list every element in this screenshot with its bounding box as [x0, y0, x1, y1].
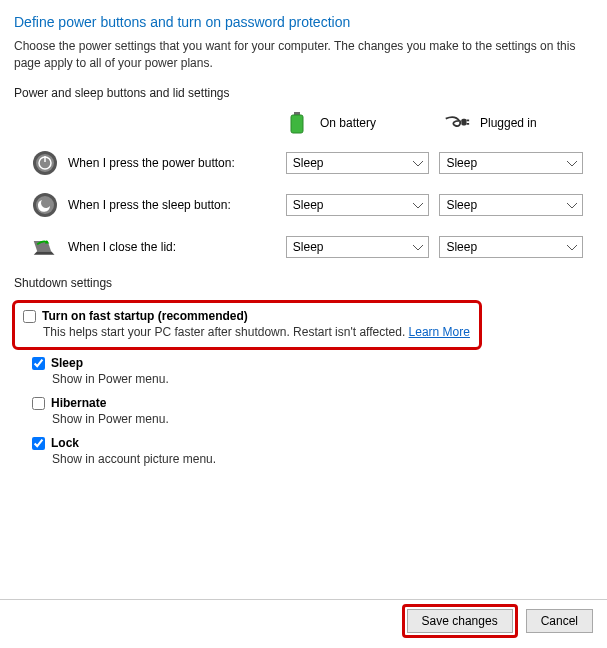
- hibernate-desc: Show in Power menu.: [52, 412, 593, 426]
- save-button-highlight: Save changes: [402, 604, 518, 638]
- on-battery-label: On battery: [320, 116, 376, 130]
- chevron-down-icon: [413, 240, 423, 254]
- laptop-lid-icon: [32, 234, 58, 260]
- close-lid-battery-select[interactable]: Sleep: [286, 236, 430, 258]
- close-lid-label: When I close the lid:: [68, 240, 176, 254]
- chevron-down-icon: [567, 240, 577, 254]
- page-subtitle: Choose the power settings that you want …: [14, 38, 593, 72]
- page-title: Define power buttons and turn on passwor…: [14, 14, 593, 30]
- svg-rect-2: [461, 118, 466, 125]
- lock-title: Lock: [51, 436, 79, 450]
- fast-startup-checkbox[interactable]: [23, 310, 36, 323]
- svg-marker-11: [34, 251, 55, 254]
- sleep-desc: Show in Power menu.: [52, 372, 593, 386]
- sleep-button-battery-select[interactable]: Sleep: [286, 194, 430, 216]
- row-sleep-button: When I press the sleep button: Sleep Sle…: [14, 192, 593, 218]
- chevron-down-icon: [567, 198, 577, 212]
- sleep-checkbox[interactable]: [32, 357, 45, 370]
- cancel-button[interactable]: Cancel: [526, 609, 593, 633]
- fast-startup-highlight: Turn on fast startup (recommended) This …: [12, 300, 482, 350]
- power-button-battery-select[interactable]: Sleep: [286, 152, 430, 174]
- chevron-down-icon: [567, 156, 577, 170]
- sleep-button-icon: [32, 192, 58, 218]
- sleep-title: Sleep: [51, 356, 83, 370]
- fast-startup-desc: This helps start your PC faster after sh…: [43, 325, 409, 339]
- power-button-icon: [32, 150, 58, 176]
- svg-rect-4: [467, 123, 470, 125]
- column-headers: On battery Plugged in: [284, 110, 593, 136]
- lock-desc: Show in account picture menu.: [52, 452, 593, 466]
- plug-icon: [444, 110, 470, 136]
- svg-rect-3: [467, 119, 470, 121]
- power-button-plugged-select[interactable]: Sleep: [439, 152, 583, 174]
- sleep-button-label: When I press the sleep button:: [68, 198, 231, 212]
- power-button-label: When I press the power button:: [68, 156, 235, 170]
- sleep-button-plugged-select[interactable]: Sleep: [439, 194, 583, 216]
- plugged-in-label: Plugged in: [480, 116, 537, 130]
- hibernate-title: Hibernate: [51, 396, 106, 410]
- row-close-lid: When I close the lid: Sleep Sleep: [14, 234, 593, 260]
- save-button[interactable]: Save changes: [407, 609, 513, 633]
- learn-more-link[interactable]: Learn More: [409, 325, 470, 339]
- shutdown-heading: Shutdown settings: [14, 276, 593, 290]
- svg-rect-1: [291, 115, 303, 133]
- close-lid-plugged-select[interactable]: Sleep: [439, 236, 583, 258]
- battery-icon: [284, 110, 310, 136]
- lock-checkbox[interactable]: [32, 437, 45, 450]
- row-power-button: When I press the power button: Sleep Sle…: [14, 150, 593, 176]
- hibernate-checkbox[interactable]: [32, 397, 45, 410]
- fast-startup-title: Turn on fast startup (recommended): [42, 309, 248, 323]
- chevron-down-icon: [413, 156, 423, 170]
- footer-separator: [0, 599, 607, 600]
- section-label: Power and sleep buttons and lid settings: [14, 86, 593, 100]
- chevron-down-icon: [413, 198, 423, 212]
